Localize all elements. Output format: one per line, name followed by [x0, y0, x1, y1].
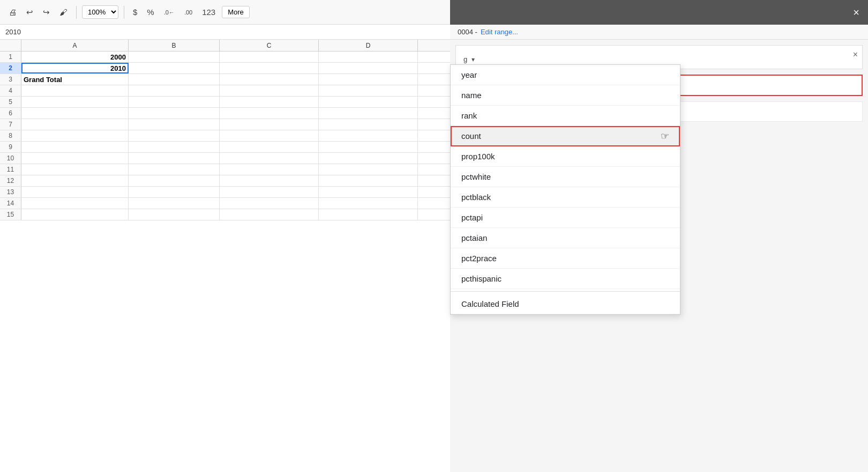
- cell-d14[interactable]: [319, 198, 418, 209]
- dropdown-item-name[interactable]: name: [451, 85, 680, 106]
- cell-b5[interactable]: [129, 97, 220, 107]
- cell-a6[interactable]: [21, 108, 129, 119]
- redo-button[interactable]: ↪: [40, 5, 53, 19]
- cell-c11[interactable]: [220, 164, 319, 175]
- cell-b11[interactable]: [129, 164, 220, 175]
- top-dark-bar: ×: [450, 0, 868, 25]
- cell-d5[interactable]: [319, 97, 418, 107]
- undo-button[interactable]: ↩: [23, 5, 36, 19]
- cell-a11[interactable]: [21, 164, 129, 175]
- cell-b15[interactable]: [129, 209, 220, 220]
- cell-d6[interactable]: [319, 108, 418, 119]
- cell-b14[interactable]: [129, 198, 220, 209]
- percent-button[interactable]: %: [144, 5, 157, 19]
- cell-a9[interactable]: [21, 142, 129, 152]
- dropdown-item-rank[interactable]: rank: [451, 106, 680, 126]
- dropdown-item-pcthispanic[interactable]: pcthispanic: [451, 269, 680, 289]
- cell-a13[interactable]: [21, 187, 129, 197]
- dropdown-item-pctapi[interactable]: pctapi: [451, 208, 680, 228]
- cell-c9[interactable]: [220, 142, 319, 152]
- cell-d4[interactable]: [319, 85, 418, 96]
- cell-d3[interactable]: [319, 74, 418, 85]
- cell-c10[interactable]: [220, 153, 319, 164]
- cell-c6[interactable]: [220, 108, 319, 119]
- cell-a2[interactable]: 2010: [21, 63, 129, 73]
- dropdown-item-count[interactable]: count ☞: [451, 126, 680, 146]
- row-num-3: 3: [0, 74, 21, 85]
- table-row: 13: [0, 187, 450, 198]
- cell-a1[interactable]: 2000: [21, 51, 129, 62]
- col-header-c[interactable]: C: [220, 40, 319, 51]
- cell-c2[interactable]: [220, 63, 319, 73]
- edit-range-link[interactable]: Edit range...: [481, 28, 518, 36]
- cell-a5[interactable]: [21, 97, 129, 107]
- dropdown-item-pct2prace[interactable]: pct2prace: [451, 248, 680, 269]
- cell-b6[interactable]: [129, 108, 220, 119]
- cell-d8[interactable]: [319, 130, 418, 141]
- cell-c7[interactable]: [220, 119, 319, 130]
- column-headers: A B C D: [0, 40, 450, 51]
- col-header-a[interactable]: A: [21, 40, 129, 51]
- dropdown-item-calculated-field[interactable]: Calculated Field: [451, 294, 680, 314]
- dropdown-item-pctaian[interactable]: pctaian: [451, 228, 680, 248]
- cell-b3[interactable]: [129, 74, 220, 85]
- col-header-b[interactable]: B: [129, 40, 220, 51]
- cell-c4[interactable]: [220, 85, 319, 96]
- cell-d15[interactable]: [319, 209, 418, 220]
- col-header-d[interactable]: D: [319, 40, 418, 51]
- cell-a15[interactable]: [21, 209, 129, 220]
- cell-a8[interactable]: [21, 130, 129, 141]
- dropdown-item-pctblack[interactable]: pctblack: [451, 187, 680, 208]
- decimal-inc-button[interactable]: .00: [181, 7, 196, 18]
- cell-b1[interactable]: [129, 51, 220, 62]
- cell-a4[interactable]: [21, 85, 129, 96]
- cell-c12[interactable]: [220, 175, 319, 186]
- cell-d9[interactable]: [319, 142, 418, 152]
- cell-c13[interactable]: [220, 187, 319, 197]
- cell-d12[interactable]: [319, 175, 418, 186]
- cell-c15[interactable]: [220, 209, 319, 220]
- cell-d11[interactable]: [319, 164, 418, 175]
- cell-a3[interactable]: Grand Total: [21, 74, 129, 85]
- cell-b4[interactable]: [129, 85, 220, 96]
- cell-a12[interactable]: [21, 175, 129, 186]
- cell-c5[interactable]: [220, 97, 319, 107]
- row-num-10: 10: [0, 153, 21, 164]
- cell-b10[interactable]: [129, 153, 220, 164]
- row-num-12: 12: [0, 175, 21, 186]
- format123-button[interactable]: 123: [199, 5, 219, 19]
- print-button[interactable]: 🖨: [5, 5, 20, 19]
- panel-dropdown-row: g ▾: [463, 55, 855, 63]
- cell-d10[interactable]: [319, 153, 418, 164]
- cell-d13[interactable]: [319, 187, 418, 197]
- cell-a10[interactable]: [21, 153, 129, 164]
- table-row: 8: [0, 130, 450, 142]
- dropdown-item-pctwhite[interactable]: pctwhite: [451, 167, 680, 187]
- zoom-select[interactable]: 100%: [82, 5, 118, 19]
- more-button[interactable]: More: [222, 6, 250, 18]
- cell-b8[interactable]: [129, 130, 220, 141]
- row-num-4: 4: [0, 85, 21, 96]
- second-panel-close-button[interactable]: ×: [853, 50, 858, 60]
- chevron-down-icon: ▾: [472, 56, 475, 63]
- cell-c8[interactable]: [220, 130, 319, 141]
- cell-b2[interactable]: [129, 63, 220, 73]
- cell-d7[interactable]: [319, 119, 418, 130]
- cell-c14[interactable]: [220, 198, 319, 209]
- panel-close-button[interactable]: ×: [853, 6, 859, 19]
- cell-b7[interactable]: [129, 119, 220, 130]
- cell-b12[interactable]: [129, 175, 220, 186]
- cell-b13[interactable]: [129, 187, 220, 197]
- cell-a14[interactable]: [21, 198, 129, 209]
- cell-d2[interactable]: [319, 63, 418, 73]
- cell-a7[interactable]: [21, 119, 129, 130]
- cell-c3[interactable]: [220, 74, 319, 85]
- format-paint-button[interactable]: 🖌: [56, 5, 71, 19]
- decimal-dec-button[interactable]: .0←: [161, 7, 178, 18]
- dropdown-item-year[interactable]: year: [451, 65, 680, 85]
- cell-d1[interactable]: [319, 51, 418, 62]
- currency-button[interactable]: $: [130, 5, 140, 19]
- cell-b9[interactable]: [129, 142, 220, 152]
- cell-c1[interactable]: [220, 51, 319, 62]
- dropdown-item-prop100k[interactable]: prop100k: [451, 146, 680, 167]
